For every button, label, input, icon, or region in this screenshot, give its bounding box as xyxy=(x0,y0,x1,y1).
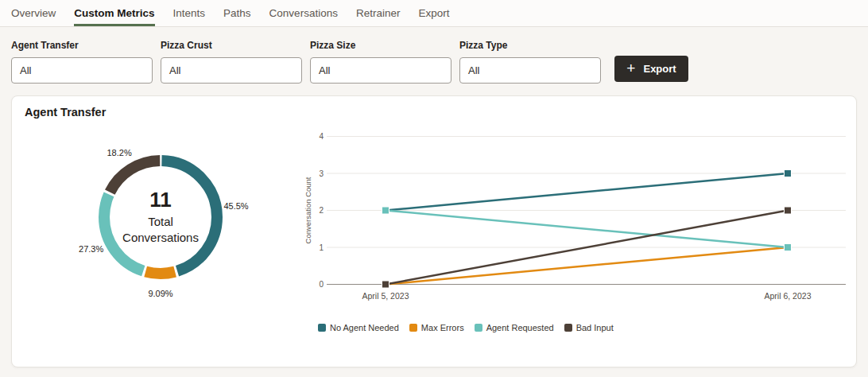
donut-slice-label-agent-requested: 27.3% xyxy=(79,244,103,254)
legend-item-agent-requested[interactable]: Agent Requested xyxy=(475,323,554,332)
tab-overview[interactable]: Overview xyxy=(11,0,56,26)
data-point-agent-requested[interactable] xyxy=(785,244,792,251)
y-tick-label: 1 xyxy=(319,243,324,252)
data-point-agent-requested[interactable] xyxy=(382,207,389,214)
legend-label: Bad Input xyxy=(576,323,614,332)
filter-pizza-crust-select[interactable]: All xyxy=(161,57,302,84)
y-tick-label: 0 xyxy=(319,280,324,289)
tab-intents[interactable]: Intents xyxy=(173,0,206,26)
x-tick-label: April 5, 2023 xyxy=(362,291,409,301)
tab-paths[interactable]: Paths xyxy=(223,0,251,26)
filter-pizza-crust: Pizza Crust All xyxy=(161,40,302,84)
legend-swatch-bad-input xyxy=(564,324,572,332)
y-tick-label: 2 xyxy=(319,206,324,215)
filter-pizza-type-label: Pizza Type xyxy=(459,40,601,51)
legend-swatch-max-errors xyxy=(409,324,417,332)
filter-agent-transfer-label: Agent Transfer xyxy=(11,40,153,51)
plus-icon: + xyxy=(626,60,635,76)
series-line-agent-requested[interactable] xyxy=(386,211,788,248)
y-tick-label: 3 xyxy=(319,169,324,178)
data-point-bad-input[interactable] xyxy=(382,281,389,288)
y-tick-label: 4 xyxy=(319,132,324,141)
tab-custom-metrics[interactable]: Custom Metrics xyxy=(74,0,154,26)
filters-row: Agent Transfer All Pizza Crust All Pizza… xyxy=(11,40,601,84)
legend-item-bad-input[interactable]: Bad Input xyxy=(564,323,614,332)
filter-pizza-size: Pizza Size All xyxy=(310,40,451,84)
x-tick-label: April 6, 2023 xyxy=(765,291,812,301)
y-axis-title: Conversation Count xyxy=(304,177,312,243)
donut-chart: 11 Total Conversations 45.5%9.09%27.3%18… xyxy=(73,130,248,305)
line-chart: 01234Conversation CountApril 5, 2023Apri… xyxy=(306,132,862,317)
tab-retrainer[interactable]: Retrainer xyxy=(356,0,401,26)
chart-legend: No Agent NeededMax ErrorsAgent Requested… xyxy=(318,323,614,332)
export-button[interactable]: + Export xyxy=(614,56,688,82)
filter-agent-transfer: Agent Transfer All xyxy=(11,40,153,84)
legend-item-max-errors[interactable]: Max Errors xyxy=(409,323,464,332)
legend-label: Agent Requested xyxy=(486,323,554,332)
data-point-bad-input[interactable] xyxy=(785,207,792,214)
donut-slice-label-no-agent-needed: 45.5% xyxy=(223,201,248,211)
legend-label: Max Errors xyxy=(421,323,464,332)
total-conversations-label: Total Conversations xyxy=(116,214,205,247)
filter-pizza-size-select[interactable]: All xyxy=(310,57,451,84)
series-line-max-errors[interactable] xyxy=(386,247,788,285)
filter-agent-transfer-select[interactable]: All xyxy=(11,57,153,84)
filter-pizza-type: Pizza Type All xyxy=(459,40,601,84)
data-point-no-agent-needed[interactable] xyxy=(785,170,792,177)
card-title: Agent Transfer xyxy=(25,106,106,119)
filter-pizza-size-label: Pizza Size xyxy=(310,40,451,51)
filter-pizza-type-select[interactable]: All xyxy=(459,57,601,84)
donut-slice-label-max-errors: 9.09% xyxy=(148,289,172,298)
series-line-no-agent-needed[interactable] xyxy=(386,173,788,211)
export-button-label: Export xyxy=(643,63,676,75)
tab-bar: Overview Custom Metrics Intents Paths Co… xyxy=(0,0,868,27)
agent-transfer-card: Agent Transfer 11 Total Conversations 45… xyxy=(11,95,857,367)
legend-item-no-agent-needed[interactable]: No Agent Needed xyxy=(318,323,399,332)
donut-slice-label-bad-input: 18.2% xyxy=(107,148,131,157)
total-conversations-value: 11 xyxy=(116,188,205,212)
tab-conversations[interactable]: Conversations xyxy=(269,0,338,26)
legend-label: No Agent Needed xyxy=(330,323,399,332)
donut-center-text: 11 Total Conversations xyxy=(116,188,205,246)
legend-swatch-agent-requested xyxy=(475,324,482,332)
filter-pizza-crust-label: Pizza Crust xyxy=(161,40,302,51)
tab-export[interactable]: Export xyxy=(418,0,449,26)
legend-swatch-no-agent-needed xyxy=(318,324,326,332)
